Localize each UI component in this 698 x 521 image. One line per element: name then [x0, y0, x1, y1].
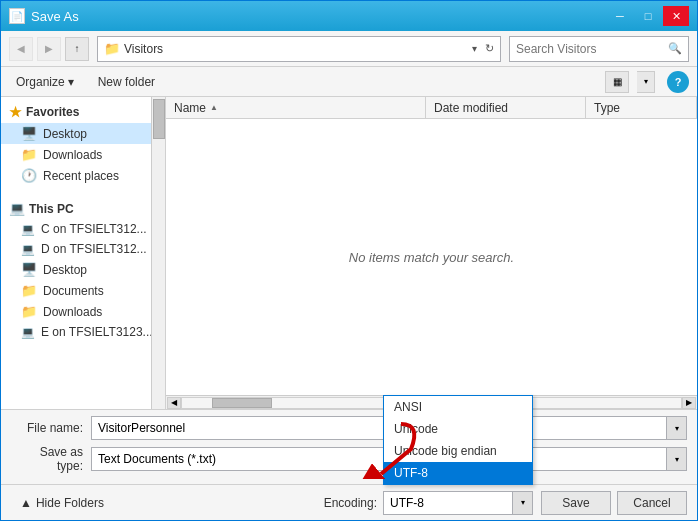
actions-bar: Organize ▾ New folder ▦ ▾ ?	[1, 67, 697, 97]
column-name-header[interactable]: Name ▲	[166, 97, 426, 118]
sidebar-item-downloads-pc[interactable]: 📁 Downloads	[1, 301, 165, 322]
main-pane: Name ▲ Date modified Type No items match…	[166, 97, 697, 409]
encoding-dropdown-arrow[interactable]: ▾	[513, 491, 533, 515]
savetype-input[interactable]	[91, 447, 667, 471]
refresh-button[interactable]: ↻	[485, 42, 494, 55]
address-folder-icon: 📁	[104, 41, 120, 56]
save-button[interactable]: Save	[541, 491, 611, 515]
star-icon: ★	[9, 104, 22, 120]
scroll-thumb[interactable]	[212, 398, 272, 408]
scroll-left-button[interactable]: ◀	[167, 397, 181, 409]
downloads-fav-icon: 📁	[21, 147, 37, 162]
sidebar-drive-c-label: C on TFSIELT312...	[41, 222, 147, 236]
up-button[interactable]: ↑	[65, 37, 89, 61]
sidebar-drive-e[interactable]: 💻 E on TFSIELT3123...	[1, 322, 165, 342]
favorites-section: ★ Favorites 🖥️ Desktop 📁 Downloads 🕐 Rec…	[1, 101, 165, 186]
title-bar-left: 📄 Save As	[9, 8, 79, 24]
hide-folders-label: Hide Folders	[36, 496, 104, 510]
sidebar-drive-d[interactable]: 💻 D on TFSIELT312...	[1, 239, 165, 259]
navigation-toolbar: ◀ ▶ ↑ 📁 Visitors ▾ ↻ 🔍	[1, 31, 697, 67]
hide-folders-icon: ▲	[20, 496, 32, 510]
encoding-dropdown-list: ANSI Unicode Unicode big endian UTF-8	[383, 395, 533, 485]
maximize-button[interactable]: □	[635, 6, 661, 26]
column-date-header[interactable]: Date modified	[426, 97, 586, 118]
search-icon: 🔍	[668, 42, 682, 55]
organize-button[interactable]: Organize ▾	[9, 72, 81, 92]
sidebar-item-documents[interactable]: 📁 Documents	[1, 280, 165, 301]
sidebar-drive-c[interactable]: 💻 C on TFSIELT312...	[1, 219, 165, 239]
view-button[interactable]: ▦	[605, 71, 629, 93]
sidebar-item-desktop-fav[interactable]: 🖥️ Desktop	[1, 123, 165, 144]
sidebar-drive-d-label: D on TFSIELT312...	[41, 242, 147, 256]
sidebar: ★ Favorites 🖥️ Desktop 📁 Downloads 🕐 Rec…	[1, 97, 166, 409]
filename-input[interactable]	[91, 416, 667, 440]
drive-e-icon: 💻	[21, 326, 35, 339]
savetype-row: Save as type: ▾	[11, 445, 687, 473]
bottom-section: File name: ▾ Save as type: ▾	[1, 409, 697, 484]
view-dropdown-arrow[interactable]: ▾	[637, 71, 655, 93]
column-type-header[interactable]: Type	[586, 97, 697, 118]
encoding-dropdown: UTF-8 ▾ ANSI Unicode Unicode big endian …	[383, 491, 533, 515]
search-input[interactable]	[516, 42, 664, 56]
sidebar-item-recent-fav[interactable]: 🕐 Recent places	[1, 165, 165, 186]
encoding-option-unicode-big[interactable]: Unicode big endian	[384, 440, 532, 462]
close-button[interactable]: ✕	[663, 6, 689, 26]
organize-label: Organize	[16, 75, 65, 89]
window-icon: 📄	[9, 8, 25, 24]
column-name-label: Name	[174, 101, 206, 115]
cancel-button[interactable]: Cancel	[617, 491, 687, 515]
sidebar-scroll-thumb[interactable]	[153, 99, 165, 139]
sidebar-item-desktop-pc[interactable]: 🖥️ Desktop	[1, 259, 165, 280]
filename-row: File name: ▾	[11, 416, 687, 440]
this-pc-section: 💻 This PC 💻 C on TFSIELT312... 💻 D on TF…	[1, 198, 165, 342]
address-text: Visitors	[124, 42, 468, 56]
filename-dropdown-arrow[interactable]: ▾	[667, 416, 687, 440]
drive-d-icon: 💻	[21, 243, 35, 256]
documents-icon: 📁	[21, 283, 37, 298]
search-box[interactable]: 🔍	[509, 36, 689, 62]
content-area: ★ Favorites 🖥️ Desktop 📁 Downloads 🕐 Rec…	[1, 97, 697, 409]
column-date-label: Date modified	[434, 101, 508, 115]
address-bar[interactable]: 📁 Visitors ▾ ↻	[97, 36, 501, 62]
back-button[interactable]: ◀	[9, 37, 33, 61]
new-folder-button[interactable]: New folder	[89, 72, 164, 92]
sidebar-item-downloads-fav[interactable]: 📁 Downloads	[1, 144, 165, 165]
footer-buttons: Save Cancel	[541, 491, 687, 515]
hide-folders-button[interactable]: ▲ Hide Folders	[11, 492, 113, 514]
desktop-fav-icon: 🖥️	[21, 126, 37, 141]
favorites-label: Favorites	[26, 105, 79, 119]
title-controls: ─ □ ✕	[607, 6, 689, 26]
savetype-label: Save as type:	[11, 445, 91, 473]
sidebar-item-documents-label: Documents	[43, 284, 104, 298]
column-type-label: Type	[594, 101, 620, 115]
address-dropdown-arrow[interactable]: ▾	[472, 43, 477, 54]
drive-c-icon: 💻	[21, 223, 35, 236]
savetype-dropdown-arrow[interactable]: ▾	[667, 447, 687, 471]
favorites-header[interactable]: ★ Favorites	[1, 101, 165, 123]
encoding-label: Encoding:	[324, 496, 377, 510]
window-title: Save As	[31, 9, 79, 24]
downloads-pc-icon: 📁	[21, 304, 37, 319]
this-pc-label: This PC	[29, 202, 74, 216]
empty-message: No items match your search.	[166, 119, 697, 395]
sort-arrow-icon: ▲	[210, 103, 218, 112]
encoding-option-unicode[interactable]: Unicode	[384, 418, 532, 440]
encoding-select-wrapper: UTF-8 ▾	[383, 491, 533, 515]
sidebar-item-downloads-pc-label: Downloads	[43, 305, 102, 319]
sidebar-drive-e-label: E on TFSIELT3123...	[41, 325, 153, 339]
help-button[interactable]: ?	[667, 71, 689, 93]
title-bar: 📄 Save As ─ □ ✕	[1, 1, 697, 31]
forward-button[interactable]: ▶	[37, 37, 61, 61]
encoding-select[interactable]: UTF-8	[383, 491, 513, 515]
sidebar-item-desktop-fav-label: Desktop	[43, 127, 87, 141]
scroll-right-button[interactable]: ▶	[682, 397, 696, 409]
this-pc-header[interactable]: 💻 This PC	[1, 198, 165, 219]
desktop-pc-icon: 🖥️	[21, 262, 37, 277]
minimize-button[interactable]: ─	[607, 6, 633, 26]
footer-bar: ▲ Hide Folders Encoding: UTF-8 ▾ ANSI Un…	[1, 484, 697, 520]
encoding-option-ansi[interactable]: ANSI	[384, 396, 532, 418]
sidebar-item-downloads-fav-label: Downloads	[43, 148, 102, 162]
encoding-option-utf8[interactable]: UTF-8	[384, 462, 532, 484]
sidebar-scrollbar[interactable]	[151, 97, 165, 409]
sidebar-divider	[1, 190, 165, 198]
